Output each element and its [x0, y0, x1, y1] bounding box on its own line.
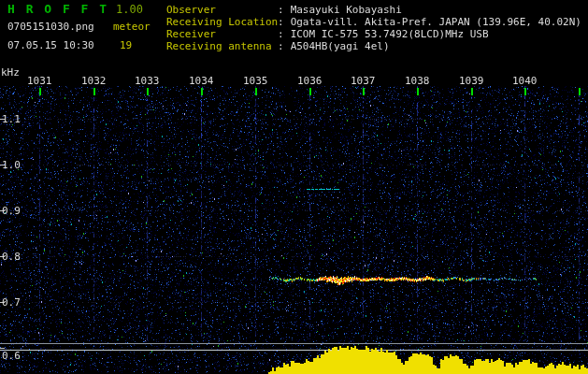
- hrofft-window: H R O F F T 1.00 0705151030.png meteor 0…: [0, 0, 588, 374]
- time-tick-1037: 1037: [351, 75, 376, 87]
- info-label: Observer: [166, 4, 278, 16]
- time-tick-1035: 1035: [243, 75, 268, 87]
- filename: 0705151030.png: [7, 22, 94, 32]
- info-value: ICOM IC-575 53.7492(8LCD)MHz USB: [284, 28, 489, 40]
- spectrogram-canvas: [0, 0, 588, 374]
- colon: :: [278, 28, 284, 40]
- info-label: Receiver: [166, 28, 278, 40]
- info-row-location: Receiving Location:Ogata-vill. Akita-Pre…: [166, 16, 581, 28]
- colon: :: [278, 4, 284, 16]
- info-label: Receiving antenna: [166, 40, 278, 52]
- info-row-receiver: Receiver:ICOM IC-575 53.7492(8LCD)MHz US…: [166, 28, 581, 40]
- station-info: Observer:Masayuki Kobayashi Receiving Lo…: [166, 4, 581, 52]
- freq-tick-1-1: 1.1: [2, 113, 21, 125]
- time-tick-1031: 1031: [27, 75, 52, 87]
- freq-tick-0-9: 0.9: [2, 205, 21, 217]
- colon: :: [278, 16, 284, 28]
- time-tick-1038: 1038: [405, 75, 430, 87]
- freq-tick-0-8: 0.8: [2, 251, 21, 263]
- info-label: Receiving Location: [166, 16, 278, 28]
- time-tick-1040: 1040: [512, 75, 538, 87]
- meteor-count: 19: [120, 40, 132, 50]
- info-row-observer: Observer:Masayuki Kobayashi: [166, 4, 581, 16]
- time-tick-1033: 1033: [135, 75, 160, 87]
- info-value: Masayuki Kobayashi: [284, 4, 402, 16]
- app-version: 1.00: [116, 5, 143, 15]
- freq-tick-1-0: 1.0: [2, 159, 21, 171]
- freq-axis-unit: kHz: [1, 67, 20, 78]
- time-tick-1032: 1032: [81, 75, 107, 87]
- time-tick-1036: 1036: [297, 75, 323, 87]
- time-tick-1039: 1039: [459, 75, 484, 87]
- freq-tick-0-6: 0.6: [2, 350, 21, 362]
- colon: :: [278, 40, 284, 52]
- info-value: A504HB(yagi 4el): [284, 40, 390, 52]
- app-title: H R O F F T: [7, 4, 108, 14]
- info-row-antenna: Receiving antenna:A504HB(yagi 4el): [166, 40, 581, 52]
- time-tick-1034: 1034: [189, 75, 214, 87]
- datetime: 07.05.15 10:30: [7, 40, 94, 50]
- info-value: Ogata-vill. Akita-Pref. JAPAN (139.96E, …: [284, 16, 581, 28]
- mode-label: meteor: [113, 22, 151, 32]
- freq-tick-0-7: 0.7: [2, 296, 21, 309]
